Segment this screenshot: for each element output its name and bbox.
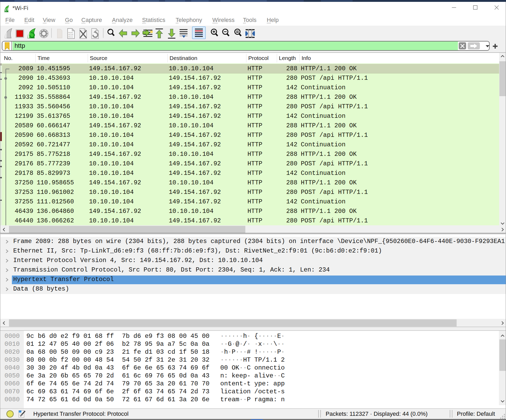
svg-text:0110: 0110: [68, 34, 73, 36]
svg-text:0111: 0111: [68, 36, 73, 38]
svg-text:0101: 0101: [68, 32, 73, 34]
